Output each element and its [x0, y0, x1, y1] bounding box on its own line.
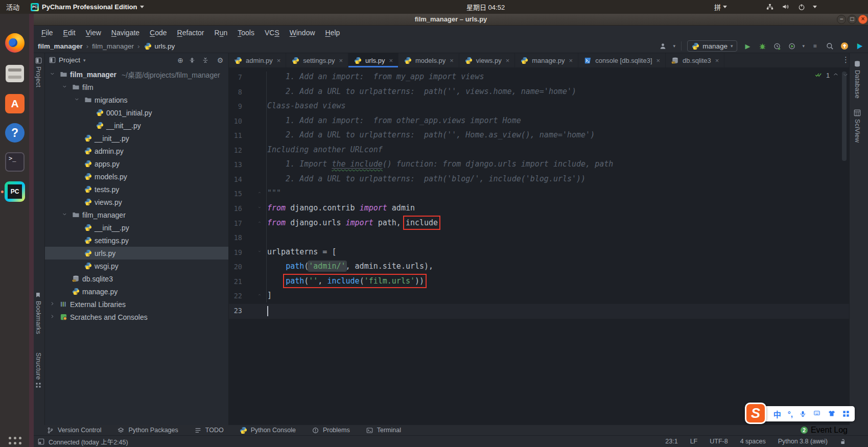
- menu-tools[interactable]: Tools: [233, 27, 259, 38]
- code-line-14[interactable]: 14 2. Add a URL to urlpatterns: path('bl…: [229, 173, 849, 187]
- chevron-down-icon[interactable]: [49, 70, 57, 79]
- menu-help[interactable]: Help: [321, 27, 345, 38]
- toolwindow-database[interactable]: Database: [854, 60, 861, 99]
- toolwindow-problems[interactable]: Problems: [311, 427, 350, 434]
- line-number[interactable]: 10: [229, 117, 242, 125]
- tree-item-manage.py[interactable]: manage.py: [45, 285, 228, 298]
- line-number[interactable]: 16: [229, 204, 242, 213]
- code-line-18[interactable]: 18: [229, 231, 849, 246]
- tab-settings.py[interactable]: settings.py×: [286, 53, 348, 67]
- menu-view[interactable]: View: [81, 27, 106, 38]
- menu-vcs[interactable]: VCS: [260, 27, 284, 38]
- coverage-button[interactable]: [787, 41, 796, 51]
- close-tab-icon[interactable]: ×: [277, 57, 281, 64]
- breadcrumb-item[interactable]: film_manager: [92, 42, 134, 50]
- minimize-button[interactable]: −: [837, 15, 846, 24]
- tab-consoledb.sqlite3[interactable]: console [db.sqlite3]×: [578, 53, 666, 67]
- chevron-down-icon[interactable]: [61, 83, 69, 91]
- code-line-22[interactable]: 22]: [229, 289, 849, 304]
- close-tab-icon[interactable]: ×: [389, 57, 393, 64]
- chevron-right-icon[interactable]: [49, 313, 57, 321]
- file-encoding[interactable]: UTF-8: [710, 438, 728, 445]
- toolwindow-switcher-icon[interactable]: [38, 438, 44, 445]
- skin-icon[interactable]: [828, 410, 836, 417]
- line-number[interactable]: 19: [229, 248, 242, 256]
- toolwindow-structure[interactable]: Structure: [35, 352, 42, 388]
- code-line-12[interactable]: 12Including another URLconf: [229, 144, 849, 158]
- dock-ubuntu-software[interactable]: A: [4, 92, 26, 115]
- fold-marker-icon[interactable]: [257, 294, 264, 300]
- sogou-lang-toggle[interactable]: 中: [773, 409, 781, 419]
- line-number[interactable]: 22: [229, 292, 242, 300]
- line-number[interactable]: 18: [229, 233, 242, 242]
- line-number[interactable]: 9: [229, 102, 242, 110]
- tree-item-migrations[interactable]: migrations: [45, 93, 228, 106]
- code-line-17[interactable]: 17from django.urls import path, include: [229, 217, 849, 231]
- breadcrumb-item[interactable]: urls.py: [144, 42, 175, 51]
- toolbox-icon[interactable]: [842, 410, 850, 417]
- line-number[interactable]: 12: [229, 146, 242, 154]
- stop-button[interactable]: ■: [810, 41, 819, 51]
- dock-show-applications[interactable]: [4, 432, 26, 447]
- tree-item-__init__.py[interactable]: __init__.py: [45, 221, 228, 234]
- code-line-21[interactable]: 21 path('', include('film.urls')): [229, 275, 849, 290]
- close-tab-icon[interactable]: ×: [506, 57, 510, 64]
- input-method-indicator[interactable]: 拼: [714, 0, 727, 14]
- tab-manage.py[interactable]: manage.py×: [515, 53, 578, 67]
- soft-keyboard-icon[interactable]: [813, 411, 821, 417]
- line-number[interactable]: 20: [229, 263, 242, 271]
- dock-terminal[interactable]: >_: [4, 151, 26, 173]
- toolwindow-bookmarks[interactable]: Bookmarks: [35, 292, 42, 334]
- toolwindow-version-control[interactable]: Version Control: [46, 427, 101, 434]
- code-line-16[interactable]: 16from django.contrib import admin: [229, 202, 849, 217]
- maximize-button[interactable]: □: [848, 15, 857, 24]
- tree-item-ExternalLibraries[interactable]: External Libraries: [45, 298, 228, 311]
- line-number[interactable]: 21: [229, 277, 242, 286]
- window-titlebar[interactable]: film_manager – urls.py − □ ×: [34, 14, 868, 26]
- tree-item-__init__.py[interactable]: __init__.py: [45, 119, 228, 132]
- tree-item-__init__.py[interactable]: __init__.py: [45, 132, 228, 145]
- tab-urls.py[interactable]: urls.py×: [348, 53, 398, 67]
- clock[interactable]: 星期日 04:52: [466, 0, 505, 14]
- sogou-logo-icon[interactable]: S: [745, 403, 766, 424]
- expand-all-button[interactable]: [189, 57, 199, 64]
- tree-item-wsgi.py[interactable]: wsgi.py: [45, 260, 228, 272]
- tab-db.sqlite3[interactable]: SQLdb.sqlite3×: [666, 53, 724, 67]
- close-tab-icon[interactable]: ×: [450, 57, 454, 64]
- line-number[interactable]: 7: [229, 73, 242, 81]
- line-number[interactable]: 17: [229, 219, 242, 227]
- toolwindow-python-console[interactable]: Python Console: [239, 427, 296, 434]
- code-line-7[interactable]: 7 1. Add an import: from my_app import v…: [229, 70, 849, 85]
- menu-window[interactable]: Window: [285, 27, 320, 38]
- code-line-15[interactable]: 15""": [229, 187, 849, 202]
- close-tab-icon[interactable]: ×: [656, 57, 661, 64]
- indent-setting[interactable]: 4 spaces: [740, 438, 766, 445]
- line-number[interactable]: 14: [229, 175, 242, 183]
- dock-firefox[interactable]: [4, 32, 26, 54]
- tab-options-kebab-icon[interactable]: ⋮: [842, 55, 850, 64]
- code-line-11[interactable]: 11 2. Add a URL to urlpatterns: path('',…: [229, 129, 849, 144]
- toolwindow-todo[interactable]: TODO: [194, 427, 224, 434]
- dock-help[interactable]: ?: [4, 122, 26, 144]
- run-configuration-select[interactable]: manage ▾: [687, 40, 737, 52]
- chevron-down-icon[interactable]: [73, 96, 82, 104]
- toolwindow-terminal[interactable]: Terminal: [365, 427, 401, 434]
- tree-item-admin.py[interactable]: admin.py: [45, 145, 228, 157]
- settings-gear-icon[interactable]: ⚙: [215, 56, 225, 64]
- dock-files[interactable]: [4, 62, 26, 85]
- code-line-10[interactable]: 10 1. Add an import: from other_app.view…: [229, 114, 849, 129]
- toolwindow-python-packages[interactable]: Python Packages: [116, 427, 178, 434]
- breadcrumb-item[interactable]: film_manager: [38, 42, 83, 50]
- line-number[interactable]: 23: [229, 307, 242, 315]
- collapse-all-button[interactable]: [202, 57, 212, 64]
- line-number[interactable]: 11: [229, 131, 242, 139]
- line-number[interactable]: 15: [229, 190, 242, 198]
- hide-project-panel-button[interactable]: −: [234, 56, 238, 64]
- line-number[interactable]: 13: [229, 160, 242, 169]
- system-tray[interactable]: [765, 0, 817, 14]
- tree-item-film_manager[interactable]: film_manager: [45, 208, 228, 221]
- chevron-down-icon[interactable]: [61, 210, 69, 219]
- codewith-me-user-icon[interactable]: [659, 41, 668, 51]
- close-button[interactable]: ×: [858, 15, 867, 24]
- caret-position[interactable]: 23:1: [665, 438, 677, 445]
